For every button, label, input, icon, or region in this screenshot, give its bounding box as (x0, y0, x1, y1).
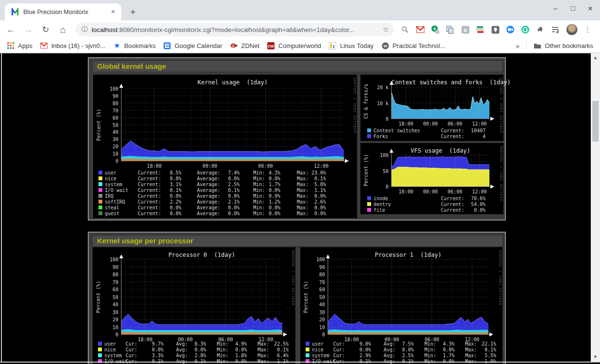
y-tick-label: 30 (99, 137, 118, 142)
legend-stat-value: 9.7% (137, 341, 163, 347)
legend-stat-value: 0.0% (155, 211, 181, 216)
titlebar: Blue Precision Monitorix × + – □ × (0, 0, 600, 20)
window-maximize-button[interactable]: □ (568, 4, 578, 14)
computerworld-icon: CW (267, 42, 275, 49)
y-tick-label: 40 (99, 302, 118, 307)
page-content: Global kernel usage Kernel usage (1day)P… (0, 53, 600, 364)
svg-text:?: ? (437, 30, 438, 33)
legend-stat-value: 54.0% (459, 202, 486, 207)
rrdtool-watermark: RRDTOOL / TOBI OETIKER (499, 78, 503, 133)
bookmark-zdnet[interactable]: Z ZDNet (226, 40, 263, 51)
legend-label: system (312, 353, 329, 358)
books-icon[interactable] (476, 25, 485, 34)
legend-stat-value: 0.1% (213, 188, 240, 193)
bookmark-label: Inbox (16) - sjvn0... (51, 42, 105, 49)
graph-vfs-usage[interactable]: VFS usage (1day)Percent (%)RRDTOOL / TOB… (360, 143, 503, 214)
svg-text:Z: Z (232, 44, 234, 47)
new-tab-button[interactable]: + (127, 6, 139, 18)
bookmark-practical-technology[interactable]: W Practical Technol... (377, 40, 449, 51)
bookmark-bookmarks[interactable]: ★ Bookmarks (109, 40, 160, 51)
url-bar[interactable]: ⓘ localhost:8080/monitorix-cgi/monitorix… (76, 23, 394, 36)
bookmark-computerworld[interactable]: CW Computerworld (263, 40, 325, 51)
bookmark-apps[interactable]: Apps (3, 40, 36, 51)
y-axis-label: Percent (%) (363, 154, 369, 187)
r-extension-icon[interactable]: R (461, 25, 470, 34)
graph-kernel-usage[interactable]: Kernel usage (1day)Percent (%)RRDTOOL / … (93, 75, 357, 218)
graph-context-switches[interactable]: Context switches and forks (1day)CS & fo… (360, 75, 503, 141)
graph-title: VFS usage (1day) (391, 147, 489, 154)
bookmark-google-calendar[interactable]: 28 Google Calendar (160, 40, 226, 51)
y-tick-label: 0 (306, 332, 325, 337)
legend-stat-value: 70.6% (459, 196, 486, 201)
legend-stat-value: 1.8% (220, 353, 247, 358)
legend-swatch (98, 182, 102, 186)
bookmarks-overflow-icon[interactable]: » (512, 42, 523, 50)
legend-stat-value: 0.0% (213, 176, 240, 181)
grammarly-icon[interactable] (521, 25, 530, 34)
home-icon[interactable]: ⌂ (56, 23, 70, 36)
graph-title: Kernel usage (1day) (121, 79, 344, 86)
profile-avatar[interactable] (566, 24, 578, 35)
legend-stat-name: Cur: (126, 341, 137, 347)
legend-stat-value: 7.5% (387, 341, 414, 347)
legend-stat-value: 23.0% (299, 170, 326, 175)
bookmark-linux-today[interactable]: t Linux Today (325, 40, 377, 51)
legend-stat-value: 4.3% (254, 170, 280, 175)
search-icon[interactable] (401, 25, 409, 34)
legend-stat-value: 0.1% (155, 188, 181, 193)
browser-menu-icon[interactable]: ⋮ (584, 25, 591, 34)
legend-stat-name: Cur: (333, 347, 345, 352)
legend-stat-value: 0.0% (254, 205, 280, 210)
legend-label: nice (312, 347, 324, 352)
legend-stat-value: 9.0% (344, 341, 371, 347)
section-title: Kernel usage per processor (92, 235, 503, 247)
extensions-puzzle-icon[interactable] (536, 25, 545, 34)
svg-text:CW: CW (268, 44, 275, 48)
keeper-icon[interactable] (491, 25, 500, 34)
browser-tab[interactable]: Blue Precision Monitorix × (5, 3, 121, 20)
url-text[interactable]: localhost:8080/monitorix-cgi/monitorix.c… (92, 26, 380, 33)
page-info-icon[interactable]: ⓘ (81, 25, 88, 34)
y-tick-label: 100 (369, 153, 389, 158)
zoom-icon[interactable] (506, 25, 515, 34)
window-minimize-button[interactable]: – (551, 4, 560, 14)
bookmark-inbox[interactable]: Inbox (16) - sjvn0... (36, 40, 109, 51)
bookmark-star-icon[interactable]: ☆ (383, 25, 389, 34)
svg-text:R: R (463, 27, 468, 32)
window-close-button[interactable]: × (585, 4, 595, 14)
graph-title: Context switches and forks (1day) (391, 79, 489, 86)
y-tick-label: 90 (99, 265, 118, 270)
wordpress-icon: W (381, 42, 389, 49)
copy-pages-icon[interactable] (446, 25, 454, 34)
graph-processor-0[interactable]: Processor 0 (1day)Percent (%)RRDTOOL / T… (93, 247, 295, 364)
legend-stat-value: 0.0% (254, 193, 280, 199)
y-tick-label: 80 (306, 272, 325, 277)
section-title: Global kernel usage (92, 61, 503, 72)
forward-icon[interactable]: → (21, 23, 35, 36)
y-tick-label: 0 (369, 116, 389, 122)
gmail-icon[interactable] (416, 25, 424, 34)
page-scrollbar[interactable]: ▲ ▼ (591, 53, 600, 362)
scrollbar-down-icon[interactable]: ▼ (591, 353, 600, 361)
x-tick-label: 06:00 (256, 163, 275, 169)
reload-icon[interactable]: ↻ (39, 23, 52, 36)
playlist-icon[interactable] (551, 25, 560, 34)
monitorix-favicon-icon (11, 8, 19, 16)
other-bookmarks-button[interactable]: Other bookmarks (530, 40, 597, 51)
bookmarks-divider (526, 41, 527, 50)
legend-stat-value: 0.0% (428, 347, 454, 352)
y-tick-label: 20 (306, 317, 325, 322)
voice-icon[interactable]: ? (431, 25, 439, 34)
scrollbar-up-icon[interactable]: ▲ (591, 54, 600, 62)
y-tick-label: 10 k (369, 101, 389, 106)
scrollbar-thumb[interactable] (592, 101, 599, 142)
back-icon[interactable]: ← (4, 23, 17, 36)
legend-label: nice (104, 347, 116, 352)
y-tick-label: 60 (99, 115, 118, 121)
legend-stat-value: 0.0% (213, 211, 240, 216)
legend-label: softIRQ (105, 199, 125, 205)
y-axis-label: CS & forks/s (363, 86, 369, 119)
graph-processor-1[interactable]: Processor 1 (1day)Percent (%)RRDTOOL / T… (300, 247, 503, 364)
tab-close-icon[interactable]: × (109, 8, 117, 16)
bookmark-label: Bookmarks (124, 42, 156, 49)
